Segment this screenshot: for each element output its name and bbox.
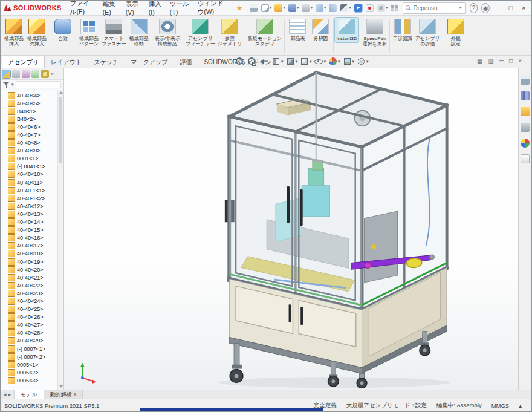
tree-item[interactable]: 40-40<5> [1, 99, 63, 107]
command-tab[interactable]: アセンブリ [2, 56, 45, 68]
headsup-button[interactable]: ▾ [300, 57, 312, 66]
ribbon-button[interactable]: SpeedPak 選択を更新 [362, 18, 388, 48]
open-icon[interactable] [274, 4, 282, 12]
tree-item[interactable]: 40-40<27> [1, 321, 63, 329]
ribbon-button[interactable]: アセンブリ の評価 [414, 18, 441, 48]
featuremanager-tab[interactable] [2, 70, 10, 78]
graphics-area[interactable] [64, 68, 518, 390]
ribbon-button[interactable] [183, 19, 183, 53]
caret-icon[interactable]: ▾ [366, 59, 369, 64]
quick-access-group[interactable] [391, 4, 400, 12]
scroll-down-icon[interactable] [59, 385, 63, 388]
caret-icon[interactable]: ▾ [310, 59, 312, 64]
command-tab[interactable]: 評価 [174, 56, 198, 68]
ribbon-button[interactable]: 部品表 [286, 18, 309, 42]
caret-icon[interactable]: ▾ [296, 59, 298, 64]
tree-item[interactable]: 40-40-1<2> [1, 194, 63, 202]
appearances-scenes-icon[interactable] [521, 139, 530, 148]
tree-item[interactable]: 40-40<12> [1, 202, 63, 210]
close-doc-icon[interactable]: × [518, 57, 522, 64]
caret-icon[interactable]: ▾ [270, 5, 272, 10]
caret-icon[interactable]: ▾ [283, 5, 285, 10]
door-handle[interactable] [287, 186, 290, 223]
menu-item[interactable]: ファイル(F) [66, 0, 99, 16]
tree-item[interactable]: (-) 0007<2> [1, 353, 63, 361]
quick-access-group[interactable] [366, 4, 375, 12]
ribbon-button[interactable] [50, 19, 50, 53]
door-handle[interactable] [300, 189, 302, 226]
tree-item[interactable]: 0005<3> [1, 376, 63, 384]
displaymanager-tab[interactable] [41, 70, 49, 78]
command-tab[interactable]: マークアップ [125, 56, 174, 68]
quick-access-group[interactable]: ▾ [288, 4, 300, 12]
configurationmanager-tab[interactable] [22, 70, 30, 78]
new-window-icon[interactable]: ▦ [477, 57, 482, 64]
headsup-button[interactable]: ▾ [357, 57, 369, 66]
ribbon-button[interactable]: 合致 [51, 18, 74, 42]
ribbon-button[interactable]: 外観 設定 [444, 18, 467, 48]
caret-icon[interactable]: ▾ [324, 59, 326, 64]
favorites-icon[interactable]: ★ [236, 4, 242, 12]
tree-item[interactable]: 40-40<26> [1, 313, 63, 321]
design-library-icon[interactable] [521, 91, 530, 100]
caret-icon[interactable]: ▾ [386, 5, 388, 10]
caret-icon[interactable]: ▾ [338, 59, 340, 64]
panel-overflow[interactable]: » [51, 70, 54, 78]
ribbon-button[interactable] [152, 19, 152, 53]
tree-item[interactable]: 40-40<19> [1, 258, 63, 266]
scroll-up-icon[interactable] [59, 91, 63, 94]
quick-access-group[interactable]: ▾ [316, 4, 328, 12]
headsup-button[interactable]: ▾ [271, 57, 284, 66]
ribbon-button[interactable]: アセンブリ フィーチャー [184, 18, 216, 48]
tree-item[interactable]: 40-40<8> [1, 139, 63, 147]
scrollbar-thumb[interactable] [59, 97, 62, 163]
headsup-button[interactable] [247, 57, 257, 66]
caret-icon[interactable]: ▾ [297, 5, 299, 10]
file-explorer-icon[interactable] [521, 107, 530, 116]
minimize-doc-icon[interactable]: ─ [499, 57, 504, 64]
tree-item[interactable]: B40<2> [1, 115, 63, 123]
front-glass-doors[interactable] [229, 119, 362, 308]
tree-item[interactable]: 40-40<24> [1, 297, 63, 305]
tree-item[interactable]: (-) 0041<1> [1, 163, 63, 171]
options-icon[interactable] [377, 4, 385, 12]
filter-funnel-icon[interactable] [3, 82, 10, 88]
menu-item[interactable]: 挿入(I) [145, 0, 166, 16]
quick-access-group[interactable]: ▾ [274, 4, 287, 12]
quick-access-group[interactable]: ▾ [302, 4, 314, 12]
quick-access-group[interactable]: ▾ [340, 4, 352, 12]
home-icon[interactable] [250, 4, 258, 12]
ribbon-button[interactable] [76, 19, 76, 53]
tab-next-icon[interactable]: ▸ [8, 391, 11, 397]
ribbon-button[interactable] [443, 19, 443, 53]
tree-item[interactable]: 40-40<17> [1, 242, 63, 250]
menu-item[interactable]: 表示(V) [122, 0, 145, 16]
tree-item[interactable]: 40-40<6> [1, 123, 63, 131]
units-selector[interactable]: MMGS [491, 402, 510, 409]
new-document-icon[interactable] [261, 4, 269, 12]
tree-item[interactable]: 0005<2> [1, 368, 63, 376]
assembly-model[interactable] [64, 68, 518, 390]
tree-item[interactable]: 40-40-1<1> [1, 186, 63, 194]
tree-item[interactable]: 40-40<25> [1, 306, 63, 313]
filter-caret-icon[interactable]: ▾ [11, 82, 14, 87]
minimize-button[interactable]: ─ [492, 2, 503, 13]
ribbon-button[interactable]: スマート ファスナー [100, 18, 128, 48]
ribbon-button[interactable]: 構成部品 挿入 [2, 18, 25, 48]
ribbon-button[interactable]: 干渉認識 [391, 18, 414, 42]
solidworks-resources-icon[interactable] [521, 76, 530, 85]
filter-input[interactable] [16, 81, 61, 88]
file-properties-icon[interactable] [391, 4, 398, 12]
model-tab[interactable]: 動的解析 1 [44, 390, 83, 399]
quick-access-group[interactable]: ▾ [377, 4, 389, 12]
quick-access-group[interactable] [354, 4, 364, 12]
tree-item[interactable]: 40-40<15> [1, 226, 63, 234]
model-tab[interactable]: モデル [15, 390, 44, 399]
ribbon-button[interactable]: 分解図 [309, 18, 332, 42]
tree-item[interactable]: 40-40<16> [1, 234, 63, 242]
tree-item[interactable]: 40-40<22> [1, 281, 63, 289]
tree-item[interactable]: 40-40<14> [1, 218, 63, 226]
headsup-button[interactable]: ▾ [328, 57, 340, 66]
tree-item[interactable]: 0005<1> [1, 361, 63, 368]
save-icon[interactable] [288, 4, 296, 12]
